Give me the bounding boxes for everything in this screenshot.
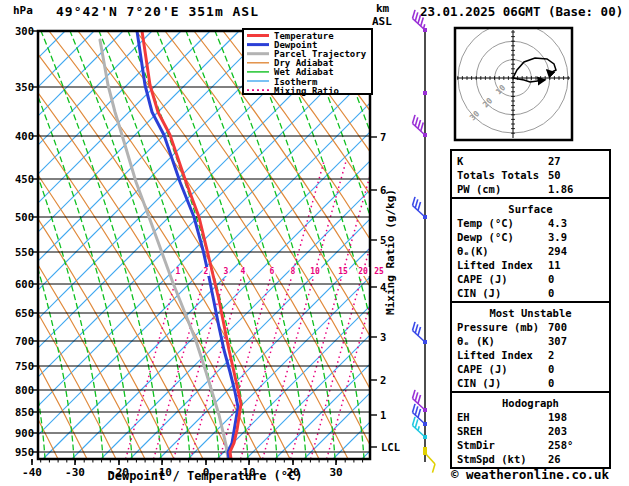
panel-row-label: θₑ (K) <box>457 334 495 348</box>
panel-box-indices: K 27 Totals Totals 50 PW (cm) 1.86 <box>450 149 611 199</box>
mixing-ratio-value-label: 3 <box>223 267 230 276</box>
panel-row: CIN (J) 0 <box>452 286 609 300</box>
panel-row-label: Dewp (°C) <box>457 230 514 244</box>
panel-row: Dewp (°C) 3.9 <box>452 230 609 244</box>
km-tick-label: 1 <box>380 409 386 421</box>
panel-row-label: StmSpd (kt) <box>457 452 527 466</box>
panel-box-most-unstable: Most Unstable Pressure (mb) 700 θₑ (K) 3… <box>450 301 611 393</box>
panel-row-value: 27 <box>548 154 561 168</box>
mixing-ratio-value-label: 1 <box>175 267 182 276</box>
mixing-ratio-value-label: 4 <box>240 267 247 276</box>
panel-row-label: θₑ(K) <box>457 244 489 258</box>
panel-row-label: Temp (°C) <box>457 216 514 230</box>
panel-row: StmDir 258° <box>452 438 609 452</box>
panel-row-label: CAPE (J) <box>457 272 508 286</box>
panel-row: θₑ(K) 294 <box>452 244 609 258</box>
panel-row-value: 50 <box>548 168 561 182</box>
pressure-tick-label: 300 <box>4 25 34 37</box>
panel-row-label: Lifted Index <box>457 348 533 362</box>
panel-row-label: Totals Totals <box>457 168 539 182</box>
temp-tick-label: -30 <box>55 466 95 479</box>
panel-row: PW (cm) 1.86 <box>452 182 609 196</box>
panel-row-label: K <box>457 154 463 168</box>
panel-row: CAPE (J) 0 <box>452 362 609 376</box>
km-tick-label: 5 <box>380 234 386 246</box>
pressure-tick-label: 750 <box>4 360 34 372</box>
panel-section-header: Surface <box>452 202 609 216</box>
panel-row-value: 0 <box>548 376 554 390</box>
km-tick-label: 2 <box>380 374 386 386</box>
panel-row-value: 307 <box>548 334 567 348</box>
temp-tick-label: 30 <box>316 466 356 479</box>
panel-row-value: 198 <box>548 410 567 424</box>
panel-row: Pressure (mb) 700 <box>452 320 609 334</box>
km-tick-label: 6 <box>380 184 386 196</box>
panel-row-value: 0 <box>548 362 554 376</box>
panel-row-value: 26 <box>548 452 561 466</box>
mixing-ratio-value-label: 2 <box>203 267 210 276</box>
panel-row-label: SREH <box>457 424 482 438</box>
pressure-tick-label: 800 <box>4 384 34 396</box>
pressure-tick-label: 650 <box>4 307 34 319</box>
mixing-ratio-value-label: 15 <box>337 267 349 276</box>
panel-row: EH 198 <box>452 410 609 424</box>
temp-tick-label: -40 <box>12 466 52 479</box>
panel-row-label: CIN (J) <box>457 376 501 390</box>
panel-row-value: 700 <box>548 320 567 334</box>
temp-tick-label: -10 <box>142 466 182 479</box>
panel-row-label: CIN (J) <box>457 286 501 300</box>
temp-tick-label: -20 <box>99 466 139 479</box>
panel-row: Totals Totals 50 <box>452 168 609 182</box>
panel-box-surface: Surface Temp (°C) 4.3 Dewp (°C) 3.9 θₑ(K… <box>450 197 611 303</box>
panel-row-label: CAPE (J) <box>457 362 508 376</box>
panel-row-value: 1.86 <box>548 182 573 196</box>
panel-row-label: StmDir <box>457 438 495 452</box>
km-tick-label: 3 <box>380 331 386 343</box>
panel-row-value: 258° <box>548 438 573 452</box>
pressure-tick-label: 600 <box>4 278 34 290</box>
panel-row: θₑ (K) 307 <box>452 334 609 348</box>
temp-tick-label: 0 <box>186 466 226 479</box>
panel-row-label: Pressure (mb) <box>457 320 539 334</box>
pressure-tick-label: 350 <box>4 81 34 93</box>
mixing-ratio-value-label: 8 <box>290 267 297 276</box>
panel-section-header: Hodograph <box>452 396 609 410</box>
panel-row-value: 0 <box>548 286 554 300</box>
panel-row-value: 203 <box>548 424 567 438</box>
panel-row: SREH 203 <box>452 424 609 438</box>
panel-section-header: Most Unstable <box>452 306 609 320</box>
panel-row-value: 294 <box>548 244 567 258</box>
pressure-tick-label: 700 <box>4 335 34 347</box>
panel-row: K 27 <box>452 154 609 168</box>
pressure-tick-label: 550 <box>4 246 34 258</box>
panel-row-label: Lifted Index <box>457 258 533 272</box>
panel-box-hodograph: Hodograph EH 198 SREH 203 StmDir 258° St… <box>450 391 611 469</box>
pressure-tick-label: 900 <box>4 427 34 439</box>
temp-tick-label: 10 <box>229 466 269 479</box>
km-tick-label: 4 <box>380 281 386 293</box>
panel-row: Lifted Index 2 <box>452 348 609 362</box>
mixing-ratio-value-label: 25 <box>373 267 385 276</box>
panel-row-value: 2 <box>548 348 554 362</box>
panel-row-value: 3.9 <box>548 230 567 244</box>
skewt-sounding-app: hPa 49°42'N 7°20'E 351m ASL 23.01.2025 0… <box>0 0 629 486</box>
pressure-tick-label: 850 <box>4 406 34 418</box>
panel-row: CAPE (J) 0 <box>452 272 609 286</box>
pressure-tick-label: 500 <box>4 211 34 223</box>
km-tick-label: 7 <box>380 131 386 143</box>
panel-row-label: PW (cm) <box>457 182 501 196</box>
mixing-ratio-value-label: 6 <box>269 267 276 276</box>
panel-row: Lifted Index 11 <box>452 258 609 272</box>
panel-row-label: EH <box>457 410 470 424</box>
pressure-tick-label: 950 <box>4 446 34 458</box>
pressure-tick-label: 400 <box>4 130 34 142</box>
panel-row-value: 4.3 <box>548 216 567 230</box>
mixing-ratio-value-label: 10 <box>309 267 321 276</box>
panel-row-value: 11 <box>548 258 561 272</box>
pressure-tick-label: 450 <box>4 173 34 185</box>
panel-row: StmSpd (kt) 26 <box>452 452 609 466</box>
panel-row: CIN (J) 0 <box>452 376 609 390</box>
panel-row-value: 0 <box>548 272 554 286</box>
mixing-ratio-value-label: 20 <box>357 267 369 276</box>
temp-tick-label: 20 <box>273 466 313 479</box>
